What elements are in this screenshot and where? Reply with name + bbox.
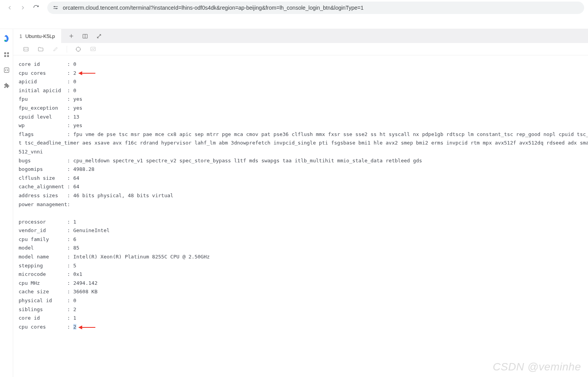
term-line: siblings : 2 (19, 306, 76, 312)
term-line: wp : yes (19, 122, 82, 128)
svg-rect-8 (7, 55, 9, 57)
url-bar[interactable]: orcaterm.cloud.tencent.com/terminal?inst… (47, 2, 584, 14)
term-line: cpu MHz : 2494.142 (19, 280, 98, 286)
svg-rect-5 (4, 52, 6, 54)
reload-button[interactable] (30, 2, 42, 14)
new-tab-button[interactable] (67, 32, 76, 40)
term-line: apicid : 0 (19, 79, 76, 84)
extensions-icon[interactable] (3, 82, 10, 90)
site-settings-icon[interactable] (52, 4, 59, 11)
svg-rect-6 (7, 52, 9, 54)
term-line: vendor_id : GenuineIntel (19, 227, 110, 233)
tab-bar: 1 Ubuntu-K5Lp (13, 29, 588, 43)
work-area: 1 Ubuntu-K5Lp (13, 29, 588, 377)
left-rail (0, 29, 13, 377)
term-line: flags : fpu vme de pse tsc msr pae mce c… (19, 131, 588, 137)
folder-icon[interactable] (37, 46, 44, 53)
tab-actions (62, 29, 103, 43)
code-block-icon[interactable] (22, 46, 29, 53)
split-layout-icon[interactable] (81, 32, 90, 40)
term-value-cpu-cores-highlighted: 2 (73, 324, 76, 330)
term-line: cpu cores : (19, 324, 73, 330)
term-line: bogomips : 4988.28 (19, 166, 95, 172)
forward-button[interactable] (17, 2, 29, 14)
svg-point-15 (76, 47, 81, 51)
tab-index: 1 (19, 33, 22, 39)
term-line: cache size : 36608 KB (19, 289, 98, 294)
chart-icon[interactable] (90, 46, 97, 53)
browser-spacer (0, 15, 588, 29)
code-source-icon[interactable] (3, 66, 10, 74)
term-line: t tsc_deadline_timer aes xsave avx f16c … (19, 140, 588, 146)
term-line: model name : Intel(R) Xeon(R) Platinum 8… (19, 254, 210, 260)
apps-icon[interactable] (3, 51, 10, 59)
term-line: fpu : yes (19, 96, 82, 102)
watermark: CSDN @veminhe (493, 361, 581, 373)
expand-icon[interactable] (95, 32, 103, 40)
back-button[interactable] (4, 2, 16, 14)
term-line: clflush size : 64 (19, 175, 79, 181)
target-icon[interactable] (75, 46, 82, 53)
term-line: fpu_exception : yes (19, 105, 82, 111)
tab-label: Ubuntu-K5Lp (25, 33, 55, 39)
term-line: stepping : 5 (19, 263, 76, 269)
svg-rect-7 (4, 55, 6, 57)
svg-rect-14 (24, 47, 28, 51)
term-line: model : 85 (19, 245, 79, 251)
term-line: address sizes : 46 bits physical, 48 bit… (19, 193, 173, 198)
edit-icon[interactable] (52, 46, 59, 53)
terminal-viewport[interactable]: core id : 0 cpu cores : 2 apicid : 0 ini… (13, 55, 588, 377)
term-line: cpu cores : (19, 70, 73, 76)
terminal-tab[interactable]: 1 Ubuntu-K5Lp (13, 29, 62, 43)
term-line: initial apicid : 0 (19, 88, 76, 93)
url-text: orcaterm.cloud.tencent.com/terminal?inst… (63, 5, 364, 11)
term-line: cpuid level : 13 (19, 114, 79, 120)
terminal-output: core id : 0 cpu cores : 2 apicid : 0 ini… (13, 55, 588, 339)
term-line: core id : 0 (19, 61, 76, 67)
term-line: power management: (19, 201, 70, 207)
tencent-logo-icon[interactable] (2, 34, 11, 43)
editor-toolbar (13, 43, 588, 55)
term-value-cpu-cores: 2 (73, 70, 76, 76)
term-line: core id : 1 (19, 315, 76, 321)
term-line: bugs : cpu_meltdown spectre_v1 spectre_v… (19, 158, 422, 164)
app-root: 1 Ubuntu-K5Lp (0, 29, 588, 377)
term-line: physical id : 0 (19, 298, 76, 303)
svg-point-4 (4, 40, 6, 41)
term-line: 512_vnni (19, 149, 43, 155)
term-line: microcode : 0x1 (19, 271, 82, 277)
term-line: processor : 1 (19, 219, 76, 225)
term-line: cache_alignment : 64 (19, 184, 79, 189)
toolbar-separator (67, 46, 67, 53)
browser-toolbar: orcaterm.cloud.tencent.com/terminal?inst… (0, 0, 588, 15)
term-line: cpu family : 6 (19, 236, 76, 242)
